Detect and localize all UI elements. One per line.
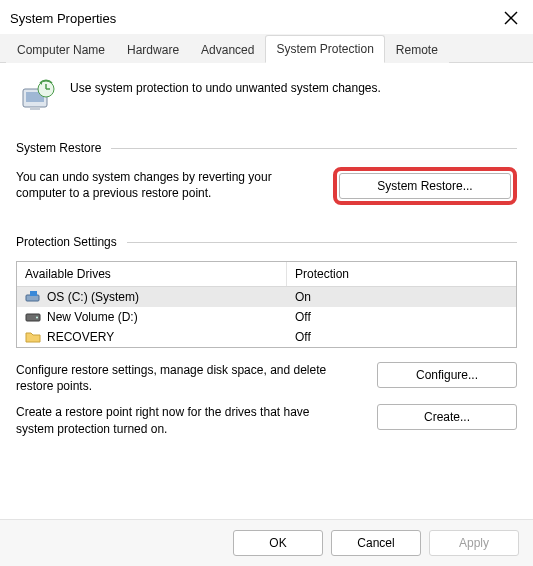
tab-hardware[interactable]: Hardware [116, 36, 190, 63]
column-header-drives[interactable]: Available Drives [17, 262, 287, 286]
svg-rect-10 [30, 291, 37, 296]
intro-row: Use system protection to undo unwanted s… [16, 75, 517, 133]
section-protection-settings: Protection Settings [16, 235, 517, 249]
section-label-protection: Protection Settings [16, 235, 117, 249]
drive-protection: Off [287, 307, 516, 327]
section-divider [127, 242, 517, 243]
system-protection-icon [20, 79, 56, 115]
create-row: Create a restore point right now for the… [16, 404, 517, 436]
drive-protection: On [287, 287, 516, 307]
drive-name: RECOVERY [47, 330, 114, 344]
configure-description: Configure restore settings, manage disk … [16, 362, 349, 394]
tab-remote[interactable]: Remote [385, 36, 449, 63]
close-button[interactable] [499, 6, 523, 30]
drive-protection: Off [287, 327, 516, 347]
system-restore-button[interactable]: System Restore... [339, 173, 511, 199]
drive-name: OS (C:) (System) [47, 290, 139, 304]
drives-header: Available Drives Protection [17, 262, 516, 287]
create-description: Create a restore point right now for the… [16, 404, 349, 436]
section-system-restore: System Restore [16, 141, 517, 155]
ok-button[interactable]: OK [233, 530, 323, 556]
drive-row-os[interactable]: OS (C:) (System) On [17, 287, 516, 307]
tab-advanced[interactable]: Advanced [190, 36, 265, 63]
drive-row-recovery[interactable]: RECOVERY Off [17, 327, 516, 347]
dialog-footer: OK Cancel Apply [0, 519, 533, 566]
drive-row-new-volume[interactable]: New Volume (D:) Off [17, 307, 516, 327]
tab-strip: Computer Name Hardware Advanced System P… [0, 34, 533, 63]
drives-list: Available Drives Protection OS (C:) (Sys… [16, 261, 517, 348]
close-icon [504, 11, 518, 25]
intro-text: Use system protection to undo unwanted s… [70, 79, 381, 95]
drives-body: OS (C:) (System) On New Volume (D:) Off [17, 287, 516, 347]
apply-button: Apply [429, 530, 519, 556]
system-restore-highlight: System Restore... [333, 167, 517, 205]
drive-name: New Volume (D:) [47, 310, 138, 324]
cancel-button[interactable]: Cancel [331, 530, 421, 556]
configure-row: Configure restore settings, manage disk … [16, 362, 517, 394]
tab-computer-name[interactable]: Computer Name [6, 36, 116, 63]
create-button[interactable]: Create... [377, 404, 517, 430]
column-header-protection[interactable]: Protection [287, 262, 516, 286]
disk-icon [25, 310, 41, 324]
configure-button[interactable]: Configure... [377, 362, 517, 388]
tab-system-protection[interactable]: System Protection [265, 35, 384, 63]
section-label-restore: System Restore [16, 141, 101, 155]
disk-system-icon [25, 290, 41, 304]
svg-rect-4 [30, 107, 40, 110]
titlebar: System Properties [0, 0, 533, 34]
folder-icon [25, 330, 41, 344]
restore-description: You can undo system changes by reverting… [16, 167, 315, 201]
restore-row: You can undo system changes by reverting… [16, 167, 517, 205]
svg-point-12 [36, 317, 38, 319]
window-title: System Properties [10, 11, 116, 26]
tab-content: Use system protection to undo unwanted s… [0, 63, 533, 437]
section-divider [111, 148, 517, 149]
